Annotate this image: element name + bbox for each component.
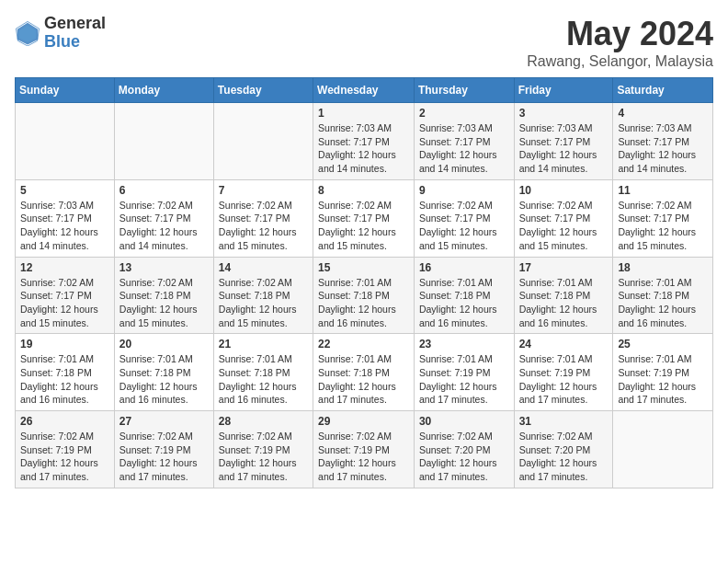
calendar-table: SundayMondayTuesdayWednesdayThursdayFrid… — [15, 77, 713, 488]
day-info: Sunrise: 7:02 AM Sunset: 7:20 PM Dayligh… — [419, 430, 509, 484]
calendar-cell: 31Sunrise: 7:02 AM Sunset: 7:20 PM Dayli… — [514, 411, 613, 488]
day-number: 5 — [20, 184, 109, 197]
day-number: 23 — [419, 338, 509, 350]
logo-icon — [15, 20, 40, 46]
header-day-monday: Monday — [114, 78, 213, 103]
day-number: 21 — [219, 338, 308, 350]
day-number: 25 — [618, 338, 708, 350]
day-number: 24 — [519, 338, 609, 350]
day-number: 6 — [119, 184, 209, 197]
calendar-cell: 6Sunrise: 7:02 AM Sunset: 7:17 PM Daylig… — [114, 179, 213, 257]
calendar-cell: 17Sunrise: 7:01 AM Sunset: 7:18 PM Dayli… — [514, 257, 613, 334]
day-number: 11 — [618, 184, 708, 197]
day-number: 29 — [318, 415, 409, 428]
calendar-cell — [114, 103, 213, 180]
day-number: 8 — [318, 184, 409, 197]
calendar-cell — [213, 103, 313, 180]
calendar-cell: 25Sunrise: 7:01 AM Sunset: 7:19 PM Dayli… — [613, 334, 713, 411]
calendar-cell: 13Sunrise: 7:02 AM Sunset: 7:18 PM Dayli… — [114, 257, 213, 334]
header-day-tuesday: Tuesday — [213, 78, 313, 103]
week-row-5: 26Sunrise: 7:02 AM Sunset: 7:19 PM Dayli… — [16, 411, 713, 488]
day-info: Sunrise: 7:02 AM Sunset: 7:19 PM Dayligh… — [318, 430, 409, 484]
header-day-sunday: Sunday — [16, 78, 115, 103]
calendar-cell: 2Sunrise: 7:03 AM Sunset: 7:17 PM Daylig… — [414, 103, 514, 180]
calendar-cell: 11Sunrise: 7:02 AM Sunset: 7:17 PM Dayli… — [613, 179, 713, 257]
calendar-cell: 23Sunrise: 7:01 AM Sunset: 7:19 PM Dayli… — [414, 334, 514, 411]
day-info: Sunrise: 7:02 AM Sunset: 7:17 PM Dayligh… — [519, 199, 609, 253]
calendar-cell — [16, 103, 115, 180]
day-number: 2 — [419, 107, 509, 120]
calendar-cell: 16Sunrise: 7:01 AM Sunset: 7:18 PM Dayli… — [414, 257, 514, 334]
day-info: Sunrise: 7:02 AM Sunset: 7:17 PM Dayligh… — [318, 199, 409, 253]
day-info: Sunrise: 7:03 AM Sunset: 7:17 PM Dayligh… — [618, 121, 708, 176]
day-number: 3 — [519, 107, 609, 120]
day-number: 7 — [219, 184, 308, 197]
calendar-cell: 7Sunrise: 7:02 AM Sunset: 7:17 PM Daylig… — [213, 179, 313, 257]
day-info: Sunrise: 7:01 AM Sunset: 7:18 PM Dayligh… — [318, 276, 409, 330]
day-info: Sunrise: 7:02 AM Sunset: 7:20 PM Dayligh… — [519, 430, 609, 484]
day-info: Sunrise: 7:01 AM Sunset: 7:18 PM Dayligh… — [119, 352, 209, 407]
day-number: 13 — [119, 261, 209, 274]
day-number: 4 — [618, 107, 708, 120]
day-number: 28 — [219, 415, 308, 428]
day-info: Sunrise: 7:03 AM Sunset: 7:17 PM Dayligh… — [318, 121, 409, 176]
calendar-cell: 4Sunrise: 7:03 AM Sunset: 7:17 PM Daylig… — [613, 103, 713, 180]
day-info: Sunrise: 7:01 AM Sunset: 7:19 PM Dayligh… — [419, 352, 509, 407]
header-day-thursday: Thursday — [414, 78, 514, 103]
day-info: Sunrise: 7:02 AM Sunset: 7:18 PM Dayligh… — [119, 276, 209, 330]
day-info: Sunrise: 7:01 AM Sunset: 7:19 PM Dayligh… — [618, 352, 708, 407]
calendar-cell: 22Sunrise: 7:01 AM Sunset: 7:18 PM Dayli… — [313, 334, 415, 411]
calendar-cell: 10Sunrise: 7:02 AM Sunset: 7:17 PM Dayli… — [514, 179, 613, 257]
day-number: 9 — [419, 184, 509, 197]
day-info: Sunrise: 7:01 AM Sunset: 7:18 PM Dayligh… — [20, 352, 109, 407]
day-number: 30 — [419, 415, 509, 428]
day-info: Sunrise: 7:01 AM Sunset: 7:18 PM Dayligh… — [618, 276, 708, 330]
calendar-cell: 21Sunrise: 7:01 AM Sunset: 7:18 PM Dayli… — [213, 334, 313, 411]
calendar-cell: 20Sunrise: 7:01 AM Sunset: 7:18 PM Dayli… — [114, 334, 213, 411]
day-info: Sunrise: 7:01 AM Sunset: 7:19 PM Dayligh… — [519, 352, 609, 407]
calendar-cell: 27Sunrise: 7:02 AM Sunset: 7:19 PM Dayli… — [114, 411, 213, 488]
title-block: May 2024 Rawang, Selangor, Malaysia — [527, 15, 713, 70]
calendar-cell: 3Sunrise: 7:03 AM Sunset: 7:17 PM Daylig… — [514, 103, 613, 180]
day-info: Sunrise: 7:01 AM Sunset: 7:18 PM Dayligh… — [219, 352, 308, 407]
day-number: 14 — [219, 261, 308, 274]
month-title: May 2024 — [527, 15, 713, 53]
day-number: 17 — [519, 261, 609, 274]
calendar-cell: 9Sunrise: 7:02 AM Sunset: 7:17 PM Daylig… — [414, 179, 514, 257]
day-info: Sunrise: 7:02 AM Sunset: 7:17 PM Dayligh… — [20, 276, 109, 330]
day-info: Sunrise: 7:03 AM Sunset: 7:17 PM Dayligh… — [20, 199, 109, 253]
day-info: Sunrise: 7:03 AM Sunset: 7:17 PM Dayligh… — [519, 121, 609, 176]
calendar-cell: 30Sunrise: 7:02 AM Sunset: 7:20 PM Dayli… — [414, 411, 514, 488]
day-number: 31 — [519, 415, 609, 428]
calendar-cell: 18Sunrise: 7:01 AM Sunset: 7:18 PM Dayli… — [613, 257, 713, 334]
day-number: 18 — [618, 261, 708, 274]
calendar-cell: 5Sunrise: 7:03 AM Sunset: 7:17 PM Daylig… — [16, 179, 115, 257]
logo: General Blue — [15, 15, 106, 52]
day-number: 27 — [119, 415, 209, 428]
calendar-cell: 15Sunrise: 7:01 AM Sunset: 7:18 PM Dayli… — [313, 257, 415, 334]
day-info: Sunrise: 7:02 AM Sunset: 7:17 PM Dayligh… — [618, 199, 708, 253]
day-info: Sunrise: 7:02 AM Sunset: 7:19 PM Dayligh… — [219, 430, 308, 484]
calendar-cell: 24Sunrise: 7:01 AM Sunset: 7:19 PM Dayli… — [514, 334, 613, 411]
day-info: Sunrise: 7:02 AM Sunset: 7:17 PM Dayligh… — [119, 199, 209, 253]
logo-general: General — [44, 14, 106, 32]
day-number: 16 — [419, 261, 509, 274]
day-info: Sunrise: 7:02 AM Sunset: 7:17 PM Dayligh… — [219, 199, 308, 253]
day-info: Sunrise: 7:01 AM Sunset: 7:18 PM Dayligh… — [419, 276, 509, 330]
day-info: Sunrise: 7:03 AM Sunset: 7:17 PM Dayligh… — [419, 121, 509, 176]
day-number: 22 — [318, 338, 409, 350]
calendar-header-row: SundayMondayTuesdayWednesdayThursdayFrid… — [16, 78, 713, 103]
logo-text-block: General Blue — [44, 15, 106, 52]
day-info: Sunrise: 7:01 AM Sunset: 7:18 PM Dayligh… — [519, 276, 609, 330]
day-number: 10 — [519, 184, 609, 197]
calendar-cell: 19Sunrise: 7:01 AM Sunset: 7:18 PM Dayli… — [16, 334, 115, 411]
day-info: Sunrise: 7:02 AM Sunset: 7:17 PM Dayligh… — [419, 199, 509, 253]
calendar-cell: 8Sunrise: 7:02 AM Sunset: 7:17 PM Daylig… — [313, 179, 415, 257]
day-info: Sunrise: 7:02 AM Sunset: 7:19 PM Dayligh… — [119, 430, 209, 484]
header-day-saturday: Saturday — [613, 78, 713, 103]
day-info: Sunrise: 7:02 AM Sunset: 7:19 PM Dayligh… — [20, 430, 109, 484]
day-number: 20 — [119, 338, 209, 350]
logo-blue: Blue — [44, 32, 80, 51]
day-number: 19 — [20, 338, 109, 350]
week-row-2: 5Sunrise: 7:03 AM Sunset: 7:17 PM Daylig… — [16, 179, 713, 257]
